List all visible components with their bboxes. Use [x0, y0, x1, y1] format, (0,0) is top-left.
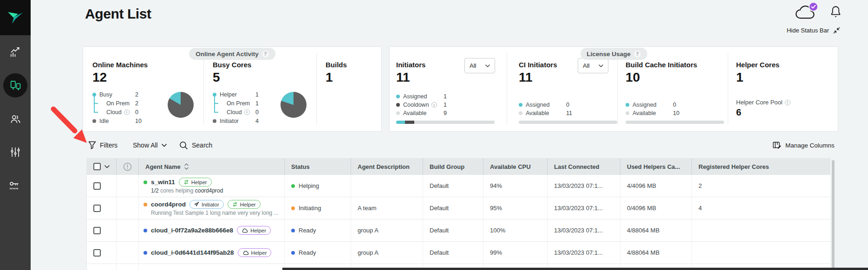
legend-item: Assigned0: [519, 101, 593, 109]
legend-item: Initiator4: [213, 116, 278, 125]
usage-progress-bar: [519, 121, 617, 124]
column-header-agent-description: Agent Description: [351, 158, 423, 175]
table-cell: 4/88064 MB: [620, 219, 692, 241]
stat-title: Online Machines: [92, 61, 148, 69]
status-dot: [291, 251, 295, 255]
legend-dot: [92, 119, 96, 123]
search-icon: [179, 141, 188, 150]
header-icons: [795, 5, 842, 21]
helper-badge: Helper: [228, 200, 261, 209]
table-cell: [117, 175, 139, 197]
legend-dot: [396, 111, 400, 115]
table-cell: Helping: [285, 175, 351, 197]
info-icon[interactable]: i: [124, 109, 130, 115]
row-checkbox[interactable]: [93, 205, 101, 212]
table-cell: s_win11Helper1/2 cores helping coord4pro…: [139, 175, 285, 197]
manage-columns-button[interactable]: Manage Columns: [773, 141, 835, 150]
pie-chart: [168, 92, 194, 118]
table-cell: Ready: [285, 242, 351, 264]
table-cell: [117, 197, 139, 219]
builds-stat: Builds 1: [326, 47, 377, 131]
cloud-helper-badge: Helper: [237, 226, 271, 235]
row-checkbox[interactable]: [93, 227, 101, 234]
chevron-down-icon[interactable]: [104, 165, 110, 168]
app-logo: [0, 0, 31, 35]
agent-list-screen: Agent List Hide Status Bar Online Agent …: [0, 0, 868, 270]
agents-table: Agent NameStatusAgent DescriptionBuild G…: [86, 158, 830, 270]
column-header-build-group: Build Group: [423, 158, 483, 175]
stat-title: Builds: [326, 61, 347, 69]
helper-badge: Helper: [179, 178, 212, 186]
stat-legend: Assigned1Cooldowni1Available9: [396, 92, 470, 117]
legend-item: Cloudi0: [213, 108, 278, 116]
filter-funnel-icon: [88, 141, 96, 149]
sidebar-item-agents[interactable]: [0, 69, 31, 102]
sidebar: [0, 0, 31, 270]
column-header-status: Status: [285, 158, 351, 175]
legend-item: Assigned0: [626, 101, 700, 109]
pie-chart: [281, 92, 307, 118]
table-row[interactable]: cloud_i-0f72a9a2e88b666e8HelperReadygrou…: [87, 219, 830, 242]
legend-item: Available9: [396, 109, 470, 117]
license-usage-card: License Usage ? Initiators11AllAssigned1…: [389, 46, 838, 132]
help-icon[interactable]: ?: [634, 51, 641, 58]
select-all-checkbox[interactable]: [93, 163, 101, 170]
legend-dot: [213, 119, 216, 123]
table-cell: cloud_i-0f72a9a2e88b666e8Helper: [139, 219, 285, 241]
initiator-badge: Initiator: [189, 200, 224, 209]
info-icon[interactable]: i: [244, 109, 250, 115]
divider: [728, 53, 728, 125]
helper-cores-stat: Helper Cores 1 Helper Core Pool i 6: [736, 47, 831, 131]
search-button[interactable]: Search: [179, 141, 212, 150]
row-checkbox[interactable]: [93, 249, 101, 257]
stat-value: 5: [213, 70, 220, 85]
sort-icon: [184, 163, 189, 170]
legend-dot: [626, 111, 629, 115]
status-text: Helping: [299, 182, 319, 189]
stat-title: Busy Cores: [213, 61, 251, 69]
scope-dropdown[interactable]: All: [464, 58, 495, 73]
agent-subtext: Running Test Sample 1 long name very ver…: [144, 210, 279, 216]
table-row[interactable]: cloud_i-0d6441d144f95ab28HelperReadygrou…: [87, 242, 830, 264]
show-all-dropdown[interactable]: Show All: [133, 141, 167, 150]
notifications-button[interactable]: [829, 5, 842, 21]
sidebar-item-settings[interactable]: [0, 135, 31, 169]
row-checkbox[interactable]: [93, 182, 101, 190]
table-header: Agent NameStatusAgent DescriptionBuild G…: [87, 158, 830, 175]
table-cell: 2: [692, 175, 830, 197]
rocket-icon: [194, 202, 199, 207]
legend-dot: [92, 93, 96, 96]
filters-button[interactable]: Filters: [88, 141, 117, 150]
helper-core-pool-value: 6: [736, 107, 741, 118]
help-icon[interactable]: ?: [262, 51, 269, 58]
vertical-scrollbar[interactable]: [832, 160, 835, 270]
legend-item: Idle10: [92, 116, 157, 125]
table-cell: A team: [351, 197, 423, 219]
info-icon[interactable]: i: [431, 102, 437, 108]
divider: [203, 53, 204, 125]
cloud-icon: [242, 251, 249, 255]
agent-status-dot: [144, 229, 147, 232]
hide-status-bar-button[interactable]: Hide Status Bar: [770, 27, 840, 34]
status-text: Initiating: [299, 205, 321, 212]
cloud-status-button[interactable]: [795, 5, 816, 21]
column-header-agent-name[interactable]: Agent Name: [139, 158, 285, 175]
table-cell: coord4prodInitiatorHelperRunning Test Sa…: [139, 197, 285, 219]
legend-dot: [396, 103, 400, 107]
initiators-stat: Initiators11AllAssigned1Cooldowni1Availa…: [396, 47, 501, 131]
agent-name: coord4prod: [151, 201, 186, 208]
scope-dropdown[interactable]: All: [578, 58, 608, 73]
agent-name: cloud_i-0f72a9a2e88b666e8: [151, 227, 233, 234]
alert-column-header: [117, 158, 139, 175]
info-icon[interactable]: i: [785, 100, 790, 105]
stat-value: 10: [626, 70, 640, 85]
table-row[interactable]: coord4prodInitiatorHelperRunning Test Sa…: [87, 197, 830, 219]
table-row[interactable]: s_win11Helper1/2 cores helping coord4pro…: [87, 175, 830, 197]
sidebar-item-license[interactable]: [0, 169, 31, 202]
status-dot: [291, 184, 295, 188]
table-cell: 0/4096 MB: [620, 197, 692, 219]
sidebar-item-users[interactable]: [0, 102, 31, 135]
sidebar-item-analytics[interactable]: [0, 35, 31, 69]
table-cell: 100%: [483, 219, 548, 241]
agent-name: s_win11: [151, 179, 175, 186]
